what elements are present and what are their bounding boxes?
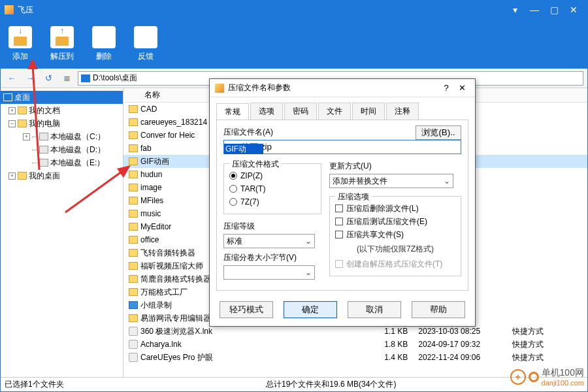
tab-options[interactable]: 选项	[250, 103, 283, 120]
options-group: 压缩选项 压缩后删除源文件(L) 压缩后测试压缩文件(E) 压缩共享文件(S) …	[329, 196, 461, 276]
file-row[interactable]: 360 极速浏览器X.lnk1.1 KB2023-10-03 08:25快捷方式	[123, 325, 587, 338]
window-title: 飞压	[18, 5, 33, 16]
help-button[interactable]: 帮助	[412, 301, 465, 318]
browse-button[interactable]: 浏览(B)..	[416, 125, 461, 140]
dialog-help-button[interactable]: ?	[438, 83, 454, 93]
ok-button[interactable]: 确定	[284, 301, 337, 318]
level-select[interactable]: 标准	[223, 234, 315, 248]
nav-up-button[interactable]: ↺	[41, 71, 56, 86]
status-bar: 已选择1个文件夹 总计19个文件夹和19.6 MB(34个文件)	[1, 377, 587, 391]
feedback-button[interactable]: 反馈	[134, 26, 157, 62]
watermark-icon: +	[510, 369, 526, 385]
extract-icon	[50, 26, 74, 48]
tree-item[interactable]: +本地磁盘（C:）	[1, 130, 123, 143]
opt-share-checkbox[interactable]: 压缩共享文件(S)	[335, 228, 455, 241]
file-row[interactable]: Acharya.lnk1.8 KB2024-09-17 09:32快捷方式	[123, 338, 587, 351]
app-icon	[5, 5, 14, 14]
tab-time[interactable]: 时间	[352, 103, 385, 120]
status-left: 已选择1个文件夹	[1, 379, 262, 390]
trash-icon	[92, 26, 116, 48]
nav-forward-button[interactable]: →	[23, 71, 37, 86]
feedback-icon	[134, 26, 157, 48]
cancel-button[interactable]: 取消	[348, 301, 401, 318]
opt-test-checkbox[interactable]: 压缩后测试压缩文件(E)	[335, 215, 455, 228]
dialog-title: 压缩文件名和参数	[228, 82, 291, 93]
dialog-close-button[interactable]: ✕	[454, 83, 470, 93]
update-label: 更新方式(U)	[329, 161, 461, 172]
folder-tree[interactable]: 桌面 +我的文档 −我的电脑 +本地磁盘（C:） 本地磁盘（D:） 本地磁盘（E…	[1, 88, 123, 377]
dialog-icon	[215, 84, 224, 93]
tree-item[interactable]: +我的文档	[1, 104, 123, 117]
format-7z-radio[interactable]: 7Z(7)	[229, 195, 316, 208]
update-select[interactable]: 添加并替换文件	[329, 174, 453, 188]
maximize-button[interactable]: ▢	[544, 1, 564, 19]
archive-name-selection: GIF动画.zip	[224, 144, 263, 154]
watermark: + 单机100网 danji100.com	[510, 367, 584, 387]
note-text: (以下功能仅限7Z格式)	[335, 244, 455, 255]
split-label: 压缩分卷大小字节(V)	[223, 252, 321, 263]
monitor-icon	[81, 74, 90, 82]
main-toolbar: 添加 解压到 删除 反馈	[1, 19, 587, 69]
tree-item[interactable]: +我的桌面	[1, 169, 123, 182]
col-name[interactable]: 名称	[140, 90, 160, 101]
extract-button[interactable]: 解压到	[50, 26, 74, 62]
close-button[interactable]: ✕	[564, 1, 583, 19]
opt-delete-checkbox[interactable]: 压缩后删除源文件(L)	[335, 202, 455, 215]
tree-root[interactable]: 桌面	[1, 91, 123, 104]
tab-files[interactable]: 文件	[318, 103, 351, 120]
menu-icon[interactable]: ▾	[505, 1, 525, 19]
opt-sfx-checkbox: 创建自解压格式压缩文件(T)	[335, 257, 455, 270]
delete-button[interactable]: 删除	[92, 26, 116, 62]
tab-comment[interactable]: 注释	[386, 103, 419, 120]
tab-password[interactable]: 密码	[284, 103, 317, 120]
split-select[interactable]	[223, 265, 315, 280]
dialog-buttons: 轻巧模式 确定 取消 帮助	[210, 297, 475, 326]
tree-item[interactable]: 本地磁盘（D:）	[1, 143, 123, 156]
level-label: 压缩等级	[223, 221, 321, 232]
add-button[interactable]: 添加	[8, 26, 32, 62]
dialog-tabs: 常规 选项 密码 文件 时间 注释	[210, 97, 475, 120]
nav-list-button[interactable]: ≣	[59, 71, 74, 86]
dialog-titlebar: 压缩文件名和参数 ? ✕	[210, 79, 475, 97]
format-group: 压缩文件格式 ZIP(Z) TAR(T) 7Z(7)	[223, 163, 321, 214]
tab-general[interactable]: 常规	[216, 103, 249, 120]
archive-dialog: 压缩文件名和参数 ? ✕ 常规 选项 密码 文件 时间 注释 浏览(B).. 压…	[209, 78, 476, 327]
file-row[interactable]: CareUEyes Pro 护眼1.4 KB2022-11-24 09:06快捷…	[123, 351, 587, 364]
nav-back-button[interactable]: ←	[5, 71, 19, 86]
tree-item[interactable]: −我的电脑	[1, 117, 123, 130]
add-icon	[8, 26, 32, 48]
minimize-button[interactable]: —	[525, 1, 544, 19]
titlebar: 飞压 ▾ — ▢ ✕	[1, 1, 587, 19]
format-zip-radio[interactable]: ZIP(Z)	[229, 169, 316, 182]
format-tar-radio[interactable]: TAR(T)	[229, 182, 316, 195]
light-mode-button[interactable]: 轻巧模式	[220, 301, 273, 318]
tree-item[interactable]: 本地磁盘（E:）	[1, 156, 123, 169]
